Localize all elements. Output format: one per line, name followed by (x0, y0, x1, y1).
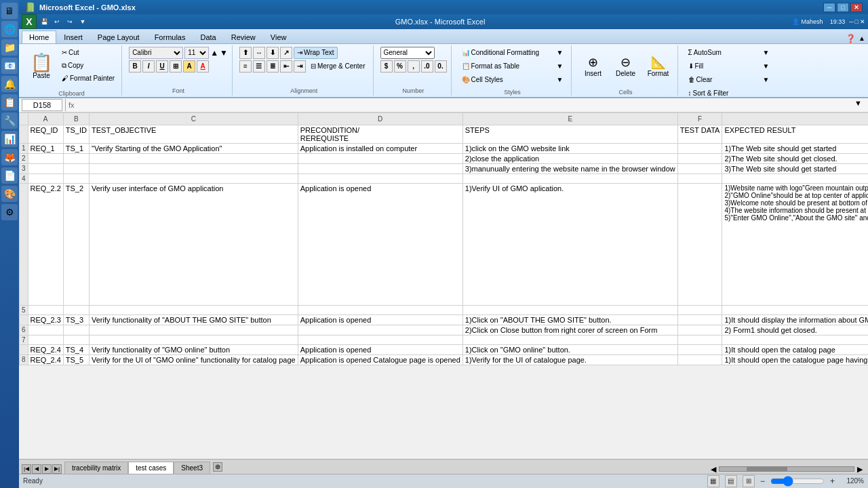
cell-e5b[interactable] (462, 305, 677, 314)
insert-button[interactable]: ⊕ Insert (578, 47, 608, 86)
align-bottom-button[interactable]: ⬇ (267, 47, 279, 59)
bold-button[interactable]: B (129, 60, 141, 73)
orientation-button[interactable]: ↗ (280, 47, 292, 59)
cell-e6a[interactable]: 1)Click on "ABOUT THE GMO SITE" button. (462, 314, 677, 325)
cell-e5[interactable]: 1)Verify UI of GMO aplication. (462, 183, 677, 305)
tab-data[interactable]: Data (193, 30, 223, 43)
cell-a8[interactable]: REQ_2.4 (28, 354, 63, 365)
cell-c8[interactable]: Verify for the UI of "GMO online" functi… (90, 354, 298, 365)
first-sheet-button[interactable]: |◀ (22, 464, 31, 474)
cell-g6[interactable]: 2) Form1 should get closed. (722, 325, 868, 335)
cell-c4[interactable] (90, 174, 298, 183)
col-header-d[interactable]: D (298, 113, 462, 125)
header-cell-req-id[interactable]: REQ_ID (28, 125, 63, 143)
close-window-button[interactable]: ✕ (860, 18, 865, 25)
page-break-view-button[interactable]: ⊞ (743, 475, 755, 487)
increase-font-button[interactable]: ▲ (210, 48, 218, 58)
cell-d6a[interactable]: Application is opened (298, 314, 462, 325)
last-sheet-button[interactable]: ▶| (52, 464, 62, 474)
cell-g7a[interactable]: 1)It should open the catalog page (722, 344, 868, 354)
cell-c3[interactable] (90, 163, 298, 174)
cell-a2[interactable] (28, 153, 63, 163)
taskbar-icon-2[interactable]: 🌐 (1, 21, 18, 37)
sheet-tab-sheet3[interactable]: Sheet3 (174, 462, 210, 474)
underline-button[interactable]: U (156, 60, 168, 73)
fill-button[interactable]: ⬇ Fill ▼ (685, 60, 773, 73)
cell-d5b[interactable] (298, 305, 462, 314)
minimize-ribbon-button[interactable]: ─ (849, 18, 853, 25)
cell-f4[interactable] (677, 174, 722, 183)
cell-f7a[interactable] (677, 344, 722, 354)
cell-d4[interactable] (298, 174, 462, 183)
font-color-button[interactable]: A (197, 60, 209, 73)
cell-c2[interactable] (90, 153, 298, 163)
name-box[interactable] (22, 99, 62, 111)
comma-button[interactable]: , (408, 60, 420, 73)
cell-c7a[interactable]: Verify functionality of "GMO online" but… (90, 344, 298, 354)
autosum-button[interactable]: Σ AutoSum ▼ (685, 47, 773, 59)
tab-home[interactable]: Home (22, 30, 56, 43)
align-middle-button[interactable]: ↔ (253, 47, 265, 59)
col-header-a[interactable]: A (28, 113, 63, 125)
decrease-indent-button[interactable]: ⇤ (280, 60, 292, 73)
cell-a1[interactable]: REQ_1 (28, 143, 63, 153)
cell-b7a[interactable]: TS_4 (63, 344, 89, 354)
percent-button[interactable]: % (394, 60, 406, 73)
cell-f6[interactable] (677, 325, 722, 335)
cell-f5b[interactable] (677, 305, 722, 314)
add-sheet-button[interactable]: ⊕ (213, 462, 222, 472)
taskbar-icon-9[interactable]: 🦊 (1, 149, 18, 165)
format-painter-button[interactable]: 🖌 Format Painter (59, 73, 117, 85)
cell-b5[interactable]: TS_2 (63, 183, 89, 305)
align-right-button[interactable]: ≣ (267, 60, 279, 73)
header-cell-ts-id[interactable]: TS_ID (63, 125, 89, 143)
cell-c5[interactable]: Verify user interface of GMO application (90, 183, 298, 305)
format-as-table-button[interactable]: 📋 Format as Table ▼ (458, 60, 567, 73)
tab-review[interactable]: Review (224, 30, 263, 43)
cell-f6a[interactable] (677, 314, 722, 325)
cell-b4[interactable] (63, 174, 89, 183)
restore-button[interactable]: □ (837, 3, 849, 12)
formula-input[interactable] (77, 99, 852, 111)
next-sheet-button[interactable]: ▶ (42, 464, 52, 474)
spreadsheet[interactable]: A B C D E F G H I J (19, 113, 868, 460)
cell-f2[interactable] (677, 153, 722, 163)
taskbar-icon-1[interactable]: 🖥 (1, 3, 18, 19)
col-header-f[interactable]: F (677, 113, 722, 125)
cell-a5b[interactable] (28, 305, 63, 314)
cut-button[interactable]: ✂ Cut (59, 47, 117, 59)
tab-view[interactable]: View (263, 30, 294, 43)
conditional-formatting-button[interactable]: 📊 Conditional Formatting ▼ (458, 47, 567, 59)
copy-button[interactable]: ⧉ Copy (59, 60, 117, 72)
cell-c5b[interactable] (90, 305, 298, 314)
taskbar-icon-7[interactable]: 🔧 (1, 113, 18, 129)
cell-c6a[interactable]: Verify functionality of "ABOUT THE GMO S… (90, 314, 298, 325)
scroll-right-button[interactable]: ▶ (857, 465, 863, 474)
fill-color-button[interactable]: A (183, 60, 195, 73)
cell-a7[interactable] (28, 335, 63, 344)
expand-formula-bar-button[interactable]: ▼ (854, 99, 865, 111)
decrease-font-button[interactable]: ▼ (220, 48, 228, 58)
restore-window-button[interactable]: □ (855, 18, 859, 25)
col-header-e[interactable]: E (462, 113, 677, 125)
format-button[interactable]: 📐 Format (644, 47, 673, 86)
cell-b3[interactable] (63, 163, 89, 174)
cell-a7a[interactable]: REQ_2.4 (28, 344, 63, 354)
cell-e6[interactable]: 2)Click on Close button from right corer… (462, 325, 677, 335)
cell-d7[interactable] (298, 335, 462, 344)
cell-e4[interactable] (462, 174, 677, 183)
align-center-button[interactable]: ☰ (253, 60, 265, 73)
clear-button[interactable]: 🗑 Clear ▼ (685, 74, 773, 86)
cell-b7[interactable] (63, 335, 89, 344)
header-cell-precondition[interactable]: PRECONDITION/REREQUISTE (298, 125, 462, 143)
header-cell-steps[interactable]: STEPS (462, 125, 677, 143)
cell-g3[interactable]: 3)The Web site should get started (722, 163, 868, 174)
cell-g8[interactable]: 1)It should open the catalogue page havi… (722, 354, 868, 365)
cell-d7a[interactable]: Application is opened (298, 344, 462, 354)
cell-d2[interactable] (298, 153, 462, 163)
cell-g4[interactable] (722, 174, 868, 183)
cell-b6a[interactable]: TS_3 (63, 314, 89, 325)
decrease-decimal-button[interactable]: 0. (435, 60, 447, 73)
help-icon[interactable]: ❓ (846, 34, 856, 43)
cell-b2[interactable] (63, 153, 89, 163)
